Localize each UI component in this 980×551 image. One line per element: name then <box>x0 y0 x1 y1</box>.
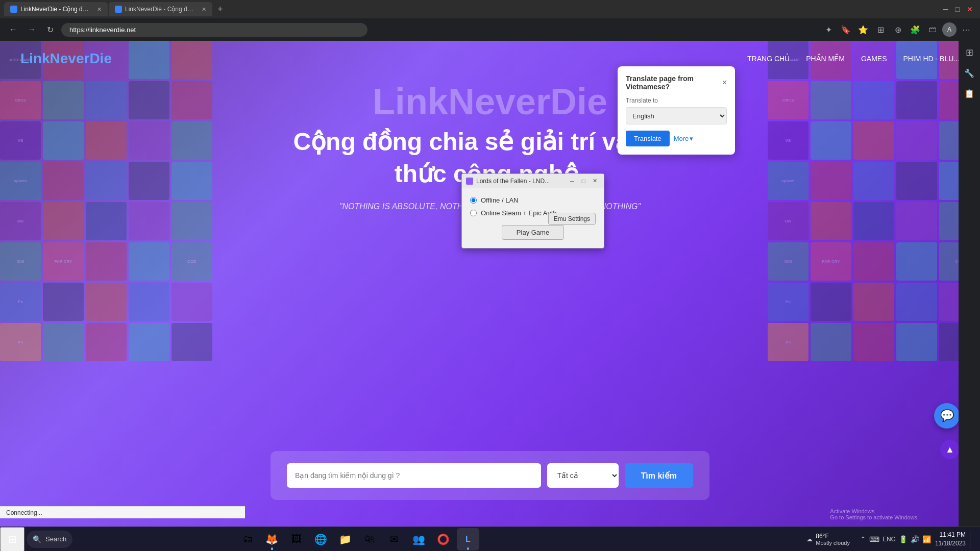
nav-phan-mem[interactable]: PHẦN MỀM <box>806 55 845 63</box>
maximize-button[interactable]: □ <box>952 4 963 14</box>
more-options-button[interactable]: ⋯ <box>959 22 974 37</box>
game-thumb <box>896 242 937 281</box>
nav-games[interactable]: GAMES <box>861 55 887 63</box>
show-desktop-button[interactable] <box>970 530 974 548</box>
tab2-close[interactable]: ✕ <box>202 6 206 13</box>
game-thumb <box>86 242 127 281</box>
offline-lan-radio[interactable] <box>470 197 477 204</box>
game-thumb <box>896 323 937 361</box>
chevron-up-icon[interactable]: ⌃ <box>860 535 866 543</box>
add-button[interactable]: ⊕ <box>890 22 905 37</box>
taskbar-app-store[interactable]: 🛍 <box>359 528 381 550</box>
taskbar-app-photos[interactable]: 🖼 <box>285 528 308 550</box>
search-section: Tất cả Phần mềm Games Phim HD Tìm kiếm <box>271 451 709 500</box>
sidebar-btn-2[interactable]: 🔧 <box>962 65 977 81</box>
taskbar-time[interactable]: 11:41 PM 11/18/2023 <box>935 531 966 548</box>
translate-language-select[interactable]: English Vietnamese French German Spanish… <box>626 107 727 124</box>
activate-windows-notice: Activate Windows Go to Settings to activ… <box>830 508 919 520</box>
file-explorer-icon: 🗂 <box>242 533 253 545</box>
weather-temp: 86°F <box>816 533 850 540</box>
chat-bubble-button[interactable]: 💬 <box>934 403 960 429</box>
network-icon: 📶 <box>922 535 931 543</box>
taskbar-app-chrome[interactable]: ⭕ <box>432 528 455 550</box>
reload-button[interactable]: ↻ <box>43 22 57 37</box>
online-steam-radio[interactable] <box>470 210 477 216</box>
search-category-select[interactable]: Tất cả Phần mềm Games Phim HD <box>547 463 619 488</box>
speaker-icon: 🔊 <box>911 535 919 543</box>
taskbar-app-lnd[interactable]: L <box>457 528 479 550</box>
taskbar-search-bar[interactable]: 🔍 Search <box>27 531 72 548</box>
sidebar-btn-1[interactable]: ⊞ <box>962 45 977 60</box>
back-button[interactable]: ← <box>6 22 20 37</box>
game-thumb <box>86 323 127 361</box>
translate-to-label: Translate to <box>626 97 727 104</box>
nav-trang-chu[interactable]: TRANG CHỦ <box>747 55 790 63</box>
emu-settings-button[interactable]: Emu Settings <box>548 213 596 225</box>
taskbar-app-browser-1[interactable]: 🦊 <box>261 528 283 550</box>
game-thumb <box>172 283 212 321</box>
tab1-close[interactable]: ✕ <box>97 6 102 13</box>
taskbar-app-mail[interactable]: ✉ <box>383 528 406 550</box>
minimize-button[interactable]: ─ <box>940 4 951 14</box>
keyboard-icon: ⌨ <box>869 535 879 543</box>
game-thumb <box>43 323 84 361</box>
translate-button[interactable]: Translate <box>626 131 670 146</box>
game-thumb <box>129 242 169 281</box>
browser-tab-2[interactable]: LinkNeverDie - Cộng đồng c... ✕ <box>109 2 212 16</box>
favorites-button[interactable]: ⭐ <box>855 22 871 37</box>
connecting-text: Connecting... <box>6 509 42 516</box>
split-screen-button[interactable]: ⊞ <box>873 22 888 37</box>
game-thumb <box>129 283 169 321</box>
launcher-maximize-button[interactable]: □ <box>578 178 589 185</box>
scroll-top-button[interactable]: ▲ <box>940 440 960 459</box>
online-steam-label: Online Steam + Epic Auth <box>481 209 557 217</box>
search-row: Tất cả Phần mềm Games Phim HD Tìm kiếm <box>287 463 693 488</box>
launcher-minimize-button[interactable]: ─ <box>567 178 577 185</box>
launcher-close-button[interactable]: ✕ <box>590 178 600 185</box>
browser-tab-1[interactable]: LinkNeverDie - Cộng đồng chi... ✕ <box>4 2 108 16</box>
reading-list-button[interactable]: 🔖 <box>838 22 853 37</box>
weather-desc: Mostly cloudy <box>816 540 850 546</box>
forward-button[interactable]: → <box>24 22 39 37</box>
game-thumb: IDM <box>0 242 41 281</box>
site-logo[interactable]: LinkNeverDie <box>20 51 112 67</box>
tab1-title: LinkNeverDie - Cộng đồng chi... <box>20 6 92 13</box>
address-input[interactable] <box>61 23 368 37</box>
game-thumb: IDM <box>768 242 808 281</box>
extensions-button[interactable]: 🧩 <box>908 22 923 37</box>
profile-button[interactable]: A <box>942 22 957 37</box>
game-thumb <box>43 283 84 321</box>
folder-icon: 📁 <box>339 533 352 545</box>
game-thumb <box>811 323 851 361</box>
translate-popup-header: Translate page from Vietnamese? × <box>626 74 727 91</box>
more-options-translate-button[interactable]: More ▾ <box>674 131 694 146</box>
taskbar-app-teams[interactable]: 👥 <box>408 528 430 550</box>
translate-close-button[interactable]: × <box>722 78 727 87</box>
copilot-button[interactable]: ✦ <box>821 22 836 37</box>
taskbar-app-edge[interactable]: 🌐 <box>310 528 332 550</box>
play-game-button[interactable]: Play Game <box>502 225 564 240</box>
language-indicator: ENG <box>883 536 896 543</box>
game-thumb <box>853 323 894 361</box>
game-thumb <box>129 323 169 361</box>
taskbar-app-folder[interactable]: 📁 <box>334 528 357 550</box>
search-button[interactable]: Tìm kiếm <box>625 463 693 488</box>
nav-phim[interactable]: PHIM HD - BLU... <box>903 55 960 63</box>
search-input[interactable] <box>287 463 541 488</box>
game-launcher-popup: Lords of the Fallen - LND... ─ □ ✕ Offli… <box>461 173 604 248</box>
game-thumb <box>86 283 127 321</box>
launcher-window-buttons: ─ □ ✕ <box>567 178 600 185</box>
sidebar-btn-3[interactable]: 📋 <box>962 86 977 101</box>
new-tab-button[interactable]: + <box>213 4 227 15</box>
start-button[interactable]: ⊞ <box>0 527 24 552</box>
game-thumb: COD <box>172 242 212 281</box>
launcher-title-text: Lords of the Fallen - LND... <box>476 178 550 185</box>
collections-button[interactable]: 🗃 <box>925 22 940 37</box>
game-thumb <box>172 323 212 361</box>
site-header: LinkNeverDie TRANG CHỦ PHẦN MỀM GAMES PH… <box>0 41 980 77</box>
close-window-button[interactable]: ✕ <box>964 4 976 14</box>
window-controls: ─ □ ✕ <box>940 4 976 14</box>
hero-title: LinkNeverDie <box>373 82 607 122</box>
tab1-favicon <box>10 6 17 13</box>
taskbar-app-file-explorer[interactable]: 🗂 <box>236 528 259 550</box>
